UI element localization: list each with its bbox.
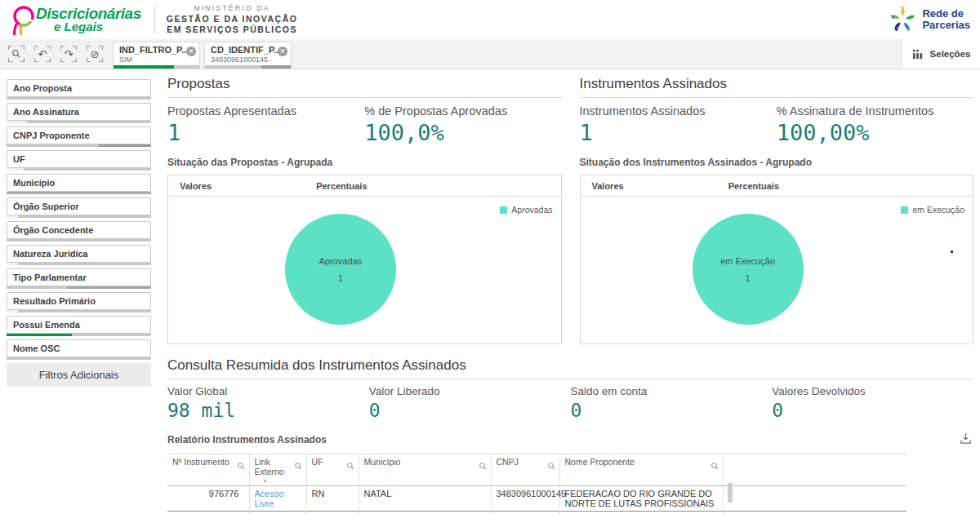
col-header-municipio[interactable]: Município — [359, 454, 491, 486]
kpi-label: Instrumentos Assinados — [580, 104, 777, 117]
partner-line2: Parcerias — [922, 20, 970, 31]
cell-num-instrumento[interactable]: 976776 — [167, 486, 249, 512]
column-search-icon[interactable] — [237, 462, 245, 472]
propostas-chart-title: Situação das Propostas - Agrupada — [167, 157, 562, 168]
app-logo: Discricionárias e Legais — [8, 2, 141, 37]
column-search-icon[interactable] — [710, 462, 719, 472]
filter-uf[interactable]: UF — [7, 150, 151, 168]
col-header-cnpj[interactable]: CNPJ — [491, 454, 559, 486]
col-header-num-instrumento[interactable]: Nº Instrumento — [167, 454, 249, 486]
remove-selection-icon[interactable]: ✕ — [278, 47, 287, 56]
selection-state-bar — [205, 65, 291, 69]
filter-state-bar — [7, 239, 151, 241]
kpi-valores-devolvidos: Valores Devolvidos 0 — [772, 385, 973, 421]
acesso-livre-link[interactable]: Acesso Livre — [255, 489, 284, 508]
col-header-uf[interactable]: UF — [306, 454, 359, 486]
dashboard-main: Propostas Propostas Apresentadas 1 % de … — [167, 76, 973, 514]
kpi-value: 100,00% — [777, 120, 973, 145]
filter-state-bar — [7, 263, 151, 265]
filter-state-bar — [7, 144, 151, 147]
cell-link-externo[interactable]: Acesso Livre — [249, 486, 306, 512]
column-search-icon[interactable] — [479, 462, 487, 472]
ministry-line2: GESTÃO E DA INOVAÇÃO — [167, 14, 298, 24]
report-section: Relatório Instrumentos Assinados Nº Inst… — [167, 434, 973, 514]
tab-percentuais[interactable]: Percentuais — [316, 181, 367, 191]
totals-label: Totais — [167, 512, 249, 514]
report-title: Relatório Instrumentos Assinados — [167, 434, 973, 445]
app-logo-line2: e Legais — [54, 21, 141, 33]
table-row: 976776 Acesso Livre RN NATAL 34830961000… — [167, 486, 906, 512]
kpi-value: 98 mil — [167, 400, 369, 421]
selections-button-label: Seleções — [930, 49, 971, 59]
filter-municipio[interactable]: Município — [7, 174, 151, 192]
smart-search-icon[interactable] — [7, 44, 26, 64]
legend-item-em-execucao[interactable]: em Execução — [901, 205, 964, 215]
selection-chip-name: CD_IDENTIF_P... — [211, 45, 286, 55]
table-totals-row: Totais — [167, 512, 906, 514]
ministry-logo: MINISTÉRIO DA GESTÃO E DA INOVAÇÃO EM SE… — [167, 4, 298, 35]
column-search-icon[interactable] — [346, 462, 354, 472]
clear-selections-icon[interactable]: ⊘ — [85, 44, 105, 64]
download-icon[interactable] — [960, 432, 972, 448]
step-back-icon[interactable]: ↶ — [33, 44, 52, 64]
kpi-label: % Assinatura de Instrumentos — [777, 104, 973, 117]
cell-municipio[interactable]: NATAL — [359, 486, 491, 512]
cell-nome-proponente[interactable]: FEDERACAO DO RIO GRANDE DO NORTE DE LUTA… — [559, 486, 723, 512]
propostas-section-title: Propostas — [167, 76, 562, 98]
cell-uf[interactable]: RN — [306, 486, 359, 512]
legend-swatch — [901, 206, 908, 214]
filter-tipo-parlamentar[interactable]: Tipo Parlamentar — [7, 268, 151, 286]
kpi-value: 1 — [580, 120, 777, 145]
filter-state-bar — [7, 357, 151, 360]
tab-valores[interactable]: Valores — [592, 181, 624, 191]
col-header-nome-proponente[interactable]: Nome Proponente — [559, 454, 723, 486]
selection-tools: ↶ ↷ ⊘ — [0, 39, 113, 69]
col-header-link-externo[interactable]: Link Externo ▲ — [249, 454, 306, 486]
filter-cnpj-proponente[interactable]: CNPJ Proponente — [7, 126, 151, 144]
filter-state-bar — [7, 192, 151, 194]
filter-natureza-juridica[interactable]: Natureza Jurídica — [7, 245, 151, 263]
filter-state-bar — [7, 97, 151, 100]
pie-slice-em-execucao[interactable]: em Execução 1 — [693, 214, 804, 325]
filter-possui-emenda[interactable]: Possui Emenda — [7, 316, 151, 334]
remove-selection-icon[interactable]: ✕ — [186, 47, 196, 56]
tab-valores[interactable]: Valores — [180, 181, 212, 191]
pie-slice-value: 1 — [746, 274, 751, 283]
filter-orgao-concedente[interactable]: Órgão Concedente — [7, 221, 151, 239]
kpi-saldo-em-conta: Saldo em conta 0 — [571, 385, 773, 421]
filter-state-bar — [7, 334, 151, 336]
filter-nome-osc[interactable]: Nome OSC — [7, 339, 151, 357]
filter-ano-assinatura[interactable]: Ano Assinatura — [7, 103, 151, 121]
selection-chip-name: IND_FILTRO_P... — [119, 45, 194, 55]
tab-percentuais[interactable]: Percentuais — [728, 181, 779, 191]
selection-chip-cd-identif[interactable]: CD_IDENTIF_P... 34830961000145 ✕ — [204, 42, 292, 69]
filter-sidebar: Ano Proposta Ano Assinatura CNPJ Propone… — [7, 79, 151, 387]
step-forward-icon[interactable]: ↷ — [59, 44, 78, 64]
cell-cnpj[interactable]: 34830961000145 — [491, 486, 559, 512]
scrollbar-dot — [951, 250, 953, 253]
pie-slice-label: em Execução — [720, 256, 775, 266]
filter-orgao-superior[interactable]: Órgão Superior — [7, 197, 151, 215]
column-search-icon[interactable] — [547, 462, 555, 472]
legend-item-aprovadas[interactable]: Aprovadas — [500, 205, 552, 215]
app-header: Discricionárias e Legais MINISTÉRIO DA G… — [0, 0, 980, 39]
kpi-label: % de Propostas Aprovadas — [364, 104, 561, 117]
table-scrollbar[interactable] — [728, 483, 733, 503]
consulta-section-title: Consulta Resumida dos Instrumentos Assin… — [167, 357, 973, 379]
selections-button[interactable]: Seleções — [902, 39, 980, 69]
kpi-label: Saldo em conta — [571, 385, 773, 397]
header-divider — [154, 6, 155, 33]
column-search-icon[interactable] — [294, 462, 302, 472]
kpi-instrumentos-assinados: Instrumentos Assinados 1 — [580, 104, 777, 145]
selection-chip-ind-filtro[interactable]: IND_FILTRO_P... SIM ✕ — [113, 42, 200, 69]
pie-slice-aprovadas[interactable]: Aprovadas 1 — [285, 214, 396, 325]
kpi-pct-assinatura-instrumentos: % Assinatura de Instrumentos 100,00% — [777, 104, 973, 145]
filter-resultado-primario[interactable]: Resultado Primário — [7, 292, 151, 310]
additional-filters-button[interactable]: Filtros Adicionais — [7, 363, 151, 387]
kpi-label: Valor Global — [167, 385, 369, 397]
filter-state-bar — [7, 168, 151, 171]
legend-label: em Execução — [912, 205, 964, 215]
filter-ano-proposta[interactable]: Ano Proposta — [7, 79, 151, 97]
filter-state-bar — [7, 286, 151, 289]
filter-state-bar — [7, 121, 151, 123]
